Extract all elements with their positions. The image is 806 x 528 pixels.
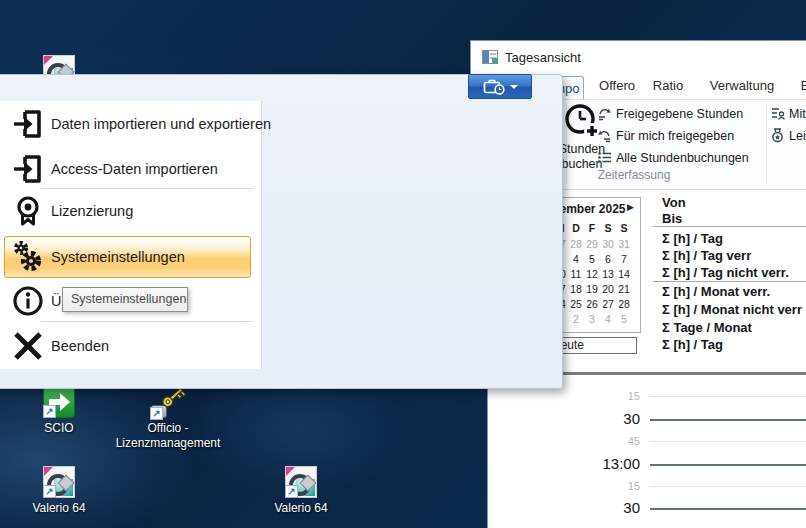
time-gridline: [650, 441, 806, 442]
desktop: Tagesansicht Tempo Offero Ratio Verwaltu…: [0, 0, 806, 528]
time-label: 15: [560, 390, 640, 402]
calendar-day-cell[interactable]: 28: [616, 297, 632, 312]
valerio-icon-right[interactable]: ↗: [285, 466, 317, 498]
award-icon: [11, 194, 45, 228]
summary-label: Σ [h] / Monat verr.: [662, 284, 770, 300]
briefcase-clock-icon: [483, 78, 505, 95]
menu-item-systemeinstellungen[interactable]: Systemeinstellungen: [0, 237, 259, 277]
form-separator: [653, 281, 806, 282]
button-label: Mit: [789, 107, 806, 121]
time-label: 15: [560, 480, 640, 492]
shortcut-arrow-icon: ↗: [150, 407, 163, 420]
freigegebene-stunden-button[interactable]: Freigegebene Stunden: [597, 103, 743, 125]
calendar-day-header: S: [600, 222, 616, 234]
button-label: Alle Stundenbuchungen: [616, 151, 749, 165]
shortcut-arrow-icon: ↗: [285, 485, 298, 498]
desktop-label-valerio-right[interactable]: Valerio 64: [256, 501, 346, 516]
menu-separator: [41, 188, 253, 189]
label-line: Lizenzmanagement: [98, 436, 238, 451]
fuer-mich-freigegeben-button[interactable]: Für mich freigegeben: [597, 125, 734, 147]
window-titlebar[interactable]: Tagesansicht: [470, 40, 806, 74]
menu-item-label: Beenden: [51, 338, 109, 354]
calendar-day-cell[interactable]: 19: [584, 282, 600, 297]
ribbon-group-separator: [766, 104, 767, 184]
application-menu: Daten importieren und exportieren Access…: [0, 74, 563, 389]
medal-icon: [770, 128, 785, 143]
calendar-day-cell[interactable]: 7: [616, 252, 632, 267]
shortcut-arrow-icon: ↗: [43, 405, 56, 418]
calendar-day-cell[interactable]: 31: [616, 237, 632, 252]
clock-plus-icon: [564, 102, 600, 140]
calendar-day-cell[interactable]: 14: [616, 267, 632, 282]
time-gridline: [650, 464, 806, 466]
menu-item-lizenzierung[interactable]: Lizenzierung: [0, 191, 259, 231]
calendar-next-icon[interactable]: ▶: [627, 202, 634, 212]
menu-item-access-daten[interactable]: Access-Daten importieren: [0, 149, 259, 189]
calendar-day-cell[interactable]: 18: [568, 282, 584, 297]
ribbon-group-label: Zeiterfassung: [566, 168, 702, 182]
summary-label: Bis: [662, 211, 682, 227]
calendar-day-cell[interactable]: 2: [568, 312, 584, 327]
person-list-icon: [770, 106, 785, 121]
summary-label: Von: [662, 195, 686, 211]
gears-icon: [11, 240, 45, 274]
calendar-day-cell[interactable]: 28: [568, 237, 584, 252]
scio-icon[interactable]: ↗: [43, 386, 75, 418]
summary-label: Σ Tage / Monat: [662, 320, 752, 336]
list-icon: [597, 150, 612, 165]
tab-e[interactable]: E: [790, 78, 806, 98]
calendar-day-cell[interactable]: 4: [568, 252, 584, 267]
chevron-down-icon: [510, 85, 518, 89]
time-label: 30: [560, 499, 640, 516]
desktop-label-valerio-left[interactable]: Valerio 64: [14, 501, 104, 516]
calendar-day-cell[interactable]: 6: [600, 252, 616, 267]
menu-separator: [41, 321, 253, 322]
calendar-day-header: S: [616, 222, 632, 234]
mitarbeiter-button[interactable]: Mit: [770, 103, 806, 125]
alle-stundenbuchungen-button[interactable]: Alle Stundenbuchungen: [597, 147, 749, 169]
shortcut-arrow-icon: ↗: [43, 485, 56, 498]
desktop-label-officio[interactable]: Officio - Lizenzmanagement: [98, 421, 238, 451]
tooltip: Systemeinstellungen: [62, 287, 188, 312]
time-label: 45: [560, 435, 640, 447]
time-label: 13:00: [560, 455, 640, 472]
calendar-day-cell[interactable]: 30: [600, 237, 616, 252]
menu-item-label: Systemeinstellungen: [51, 249, 185, 265]
calendar-day-cell[interactable]: 20: [600, 282, 616, 297]
desktop-label-scio[interactable]: SCIO: [19, 421, 99, 436]
app-menu-button[interactable]: [468, 74, 532, 99]
calendar-day-cell[interactable]: 25: [568, 297, 584, 312]
button-label: Leis: [789, 129, 806, 143]
tab-ratio[interactable]: Ratio: [646, 78, 690, 98]
calendar-day-cell[interactable]: 4: [600, 312, 616, 327]
menu-item-daten-importieren[interactable]: Daten importieren und exportieren: [0, 104, 259, 144]
menu-item-label: Lizenzierung: [51, 203, 133, 219]
calendar-day-cell[interactable]: 13: [600, 267, 616, 282]
share-icon: [597, 106, 612, 121]
button-label: Für mich freigegeben: [616, 129, 734, 143]
time-gridline: [650, 396, 806, 397]
menu-item-label: Daten importieren und exportieren: [51, 116, 271, 132]
leistungen-button[interactable]: Leis: [770, 125, 806, 147]
tab-offero[interactable]: Offero: [593, 78, 641, 98]
officio-lizenzmanagement-icon[interactable]: ↗: [150, 384, 186, 420]
calendar-day-cell[interactable]: 26: [584, 297, 600, 312]
calendar-day-cell[interactable]: 21: [616, 282, 632, 297]
calendar-day-header: D: [568, 222, 584, 234]
calendar-day-cell[interactable]: 5: [616, 312, 632, 327]
form-separator: [653, 226, 806, 227]
share-back-icon: [597, 128, 612, 143]
calendar-day-cell[interactable]: 3: [584, 312, 600, 327]
close-icon: [11, 329, 45, 363]
menu-item-beenden[interactable]: Beenden: [0, 326, 259, 366]
button-label: Freigegebene Stunden: [616, 107, 743, 121]
calendar-day-cell[interactable]: 29: [584, 237, 600, 252]
calendar-day-cell[interactable]: 11: [568, 267, 584, 282]
calendar-day-cell[interactable]: 5: [584, 252, 600, 267]
calendar-day-cell[interactable]: 12: [584, 267, 600, 282]
window-icon: [482, 50, 498, 64]
valerio-icon-left[interactable]: ↗: [43, 466, 75, 498]
time-gridline: [650, 419, 806, 421]
calendar-day-cell[interactable]: 27: [600, 297, 616, 312]
tab-verwaltung[interactable]: Verwaltung: [706, 78, 778, 98]
